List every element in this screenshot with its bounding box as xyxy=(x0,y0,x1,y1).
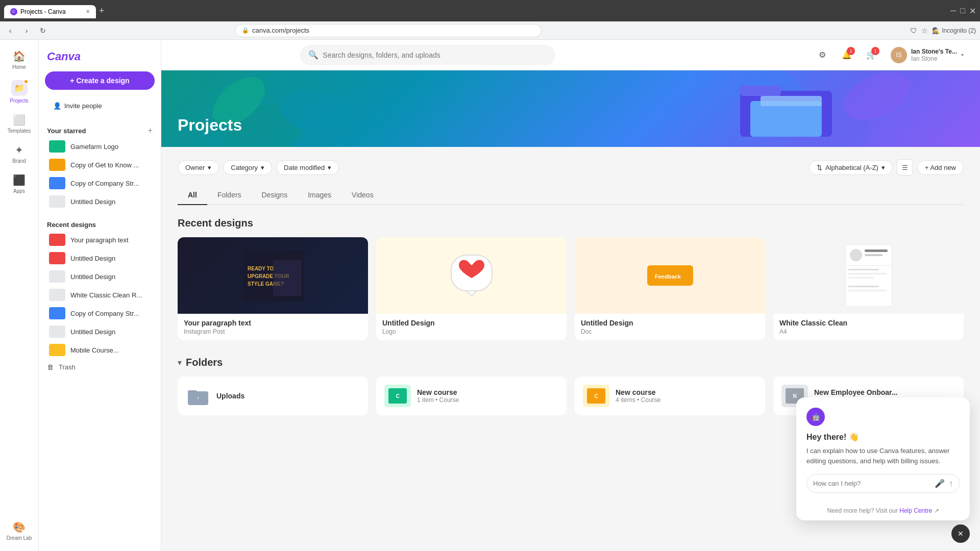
sort-icon: ⇅ xyxy=(817,164,822,171)
trash-item[interactable]: 🗑 Trash xyxy=(39,359,161,375)
recent-item-paragraph[interactable]: Your paragraph text xyxy=(41,231,159,249)
add-starred-button[interactable]: + xyxy=(148,126,153,135)
designs-grid: READY TO UPGRADE YOUR STYLE GAME? Your p… xyxy=(178,237,964,340)
design-card-paragraph[interactable]: READY TO UPGRADE YOUR STYLE GAME? Your p… xyxy=(178,237,368,340)
sidebar-item-home[interactable]: 🏠 Home xyxy=(2,46,37,74)
tab-videos[interactable]: Videos xyxy=(341,186,384,205)
sidebar-item-dreamlab[interactable]: 🎨 Dream Lab xyxy=(2,517,37,545)
invite-people-button[interactable]: 👤 Invite people xyxy=(45,98,155,114)
notifications-button[interactable]: 🔔 1 xyxy=(838,46,856,64)
course1-meta: 1 item • Course xyxy=(417,396,558,404)
minimize-btn[interactable]: ─ xyxy=(950,6,956,15)
recent-item-untitled-3[interactable]: Untitled Design xyxy=(41,322,159,341)
sidebar-item-apps[interactable]: ⬛ Apps xyxy=(2,170,37,198)
chat-input[interactable] xyxy=(813,480,930,487)
folders-header: ▾ Folders xyxy=(178,357,964,368)
onboarding-name: New Employee Onboar... xyxy=(814,388,955,396)
owner-filter[interactable]: Owner ▾ xyxy=(178,160,219,175)
sidebar-label-home: Home xyxy=(12,64,26,70)
design-info-heart: Untitled Design Logo xyxy=(376,314,567,340)
recent-thumb-mobile xyxy=(49,344,65,356)
back-button[interactable]: ‹ xyxy=(4,24,16,37)
banner-decoration-svg xyxy=(161,70,980,147)
starred-item-untitled[interactable]: Untitled Design xyxy=(41,192,159,211)
bookmark-icon[interactable]: ☆ xyxy=(921,27,928,35)
recent-item-white-classic[interactable]: White Classic Clean R... xyxy=(41,286,159,304)
design-card-heart[interactable]: Untitled Design Logo xyxy=(376,237,567,340)
chat-close-button[interactable]: ✕ xyxy=(951,524,970,543)
settings-button[interactable]: ⚙ xyxy=(813,46,831,64)
folder-card-course1[interactable]: C New course 1 item • Course xyxy=(376,377,567,415)
design-card-feedback[interactable]: Feedback Untitled Design Doc xyxy=(575,237,765,340)
starred-item-copy-get-to-know[interactable]: Copy of Get to Know ... xyxy=(41,156,159,174)
dreamlab-icon: 🎨 xyxy=(13,521,26,533)
sort-chevron: ▾ xyxy=(881,164,885,171)
list-view-button[interactable]: ☰ xyxy=(897,159,913,176)
new-tab-button[interactable]: + xyxy=(97,4,107,18)
folders-toggle-icon[interactable]: ▾ xyxy=(178,358,182,367)
svg-rect-9 xyxy=(761,96,822,106)
category-filter[interactable]: Category ▾ xyxy=(223,160,272,175)
course1-svg: C xyxy=(388,388,407,404)
send-button[interactable]: ↑ xyxy=(949,479,953,488)
close-tab-icon[interactable]: ✕ xyxy=(86,9,90,14)
list-view-icon: ☰ xyxy=(902,164,908,171)
tab-images[interactable]: Images xyxy=(298,186,341,205)
apps-icon: ⬛ xyxy=(13,174,26,186)
sort-button[interactable]: ⇅ Alphabetical (A-Z) ▾ xyxy=(809,160,893,175)
starred-item-copy-company[interactable]: Copy of Company Str... xyxy=(41,174,159,192)
recent-item-mobile[interactable]: Mobile Course... xyxy=(41,341,159,359)
chat-description: I can explain how to use Canva features,… xyxy=(806,446,960,466)
shield-icon[interactable]: 🛡 xyxy=(910,27,917,35)
starred-section-header: Your starred + xyxy=(39,122,161,137)
help-centre-link[interactable]: Help Centre xyxy=(899,507,932,514)
templates-icon: ⬜ xyxy=(13,114,26,126)
canva-logo: Canva xyxy=(39,46,161,71)
folder-card-course2[interactable]: C New course 4 items • Course xyxy=(575,377,765,415)
reload-button[interactable]: ↻ xyxy=(37,24,49,37)
sidebar-item-brand[interactable]: ✦ Brand xyxy=(2,140,37,168)
maximize-btn[interactable]: □ xyxy=(960,6,965,15)
owner-filter-chevron: ▾ xyxy=(208,164,211,171)
recent-item-untitled-2[interactable]: Untitled Design xyxy=(41,267,159,286)
add-new-button[interactable]: + Add new xyxy=(917,160,964,175)
chat-input-row[interactable]: 🎤 ↑ xyxy=(806,474,960,493)
projects-banner: Projects xyxy=(161,70,980,147)
filters-row: Owner ▾ Category ▾ Date modified ▾ ⇅ Alp… xyxy=(178,159,964,176)
sidebar-label-dreamlab: Dream Lab xyxy=(7,535,32,541)
recent-item-copy-company2[interactable]: Copy of Company Str... xyxy=(41,304,159,322)
mic-button[interactable]: 🎤 xyxy=(935,479,945,488)
svg-rect-33 xyxy=(188,390,197,394)
forward-button[interactable]: › xyxy=(20,24,33,37)
user-avatar[interactable]: IS Ian Stone's Te... Ian Stone ▾ xyxy=(887,45,968,65)
close-window-btn[interactable]: ✕ xyxy=(969,6,976,16)
design-name-heart: Untitled Design xyxy=(382,319,560,327)
tab-designs[interactable]: Designs xyxy=(252,186,298,205)
tab-folders[interactable]: Folders xyxy=(207,186,252,205)
lock-icon: 🔒 xyxy=(242,27,249,34)
trash-icon: 🗑 xyxy=(47,363,54,371)
topbar-actions: ⚙ 🔔 1 🛒 1 IS Ian Stone's Te... Ian Stone xyxy=(813,45,968,65)
recent-item-untitled-1[interactable]: Untitled Design xyxy=(41,249,159,267)
course2-thumb: C xyxy=(583,385,609,407)
create-design-button[interactable]: + Create a design xyxy=(45,71,155,90)
folder-card-uploads[interactable]: ↑ Uploads xyxy=(178,377,368,415)
chat-body: 🤖 Hey there! 👋 I can explain how to use … xyxy=(796,397,970,507)
sidebar-item-projects[interactable]: 📁 Projects xyxy=(2,76,37,108)
tab-all[interactable]: All xyxy=(178,186,207,205)
starred-item-gamefarm[interactable]: Gamefarm Logo xyxy=(41,137,159,156)
incognito-icon: 🕵 xyxy=(932,27,940,34)
sidebar-item-templates[interactable]: ⬜ Templates xyxy=(2,110,37,138)
browser-nav: ‹ › ↻ 🔒 canva.com/projects 🛡 ☆ 🕵 Incogni… xyxy=(0,21,980,40)
address-bar[interactable]: 🔒 canva.com/projects xyxy=(235,24,542,37)
svg-rect-25 xyxy=(865,254,883,256)
svg-rect-24 xyxy=(865,249,888,252)
search-input[interactable] xyxy=(323,51,547,59)
recent-designs-title: Recent designs xyxy=(178,217,964,229)
design-card-resume[interactable]: White Classic Clean A4 xyxy=(773,237,964,340)
search-box[interactable]: 🔍 xyxy=(300,45,555,65)
course1-details: New course 1 item • Course xyxy=(417,388,558,404)
cart-button[interactable]: 🛒 1 xyxy=(862,46,880,64)
active-tab[interactable]: C Projects - Canva ✕ xyxy=(4,5,96,18)
date-filter[interactable]: Date modified ▾ xyxy=(276,160,339,175)
